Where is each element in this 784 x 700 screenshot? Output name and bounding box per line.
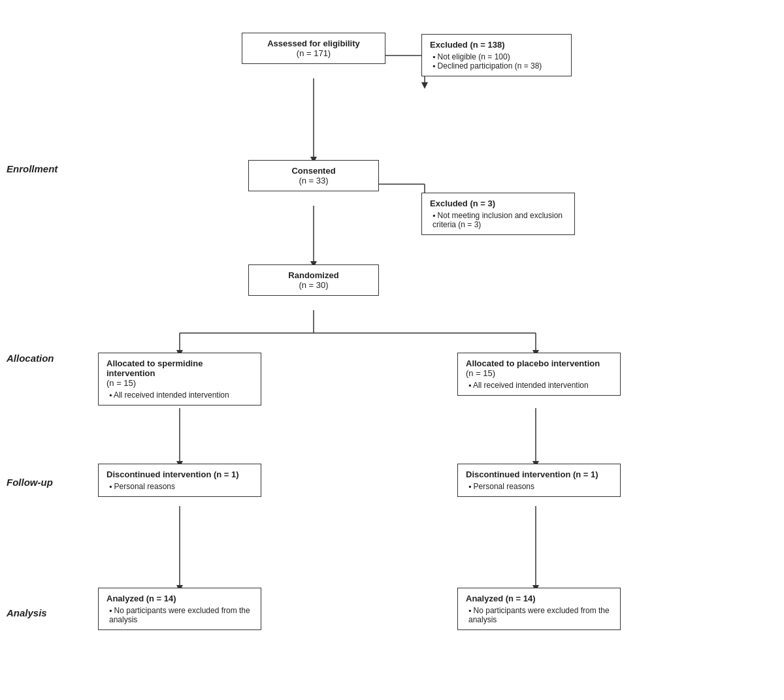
excluded-mid-title: Excluded (n = 3) bbox=[430, 199, 566, 208]
alloc-spermidine-list: All received intended intervention bbox=[106, 388, 253, 400]
discontinued-left-box: Discontinued intervention (n = 1) Person… bbox=[98, 464, 261, 497]
analyzed-right-box: Analyzed (n = 14) No participants were e… bbox=[457, 588, 621, 630]
alloc-spermidine-box: Allocated to spermidine intervention (n … bbox=[98, 353, 261, 406]
analyzed-right-title: Analyzed (n = 14) bbox=[466, 594, 612, 603]
randomized-box: Randomized (n = 30) bbox=[248, 264, 379, 296]
side-labels: Enrollment Allocation Follow-up Analysis bbox=[0, 20, 59, 686]
assessed-box: Assessed for eligibility (n = 171) bbox=[242, 33, 385, 64]
alloc-spermidine-n: (n = 15) bbox=[106, 378, 253, 388]
consented-title: Consented bbox=[257, 166, 370, 176]
analyzed-right-list: No participants were excluded from the a… bbox=[466, 603, 612, 624]
alloc-placebo-box: Allocated to placebo intervention (n = 1… bbox=[457, 353, 621, 396]
analyzed-left-list: No participants were excluded from the a… bbox=[106, 603, 253, 624]
randomized-title: Randomized bbox=[257, 270, 370, 280]
discontinued-right-item-1: Personal reasons bbox=[468, 482, 612, 491]
discontinued-right-box: Discontinued intervention (n = 1) Person… bbox=[457, 464, 621, 497]
alloc-spermidine-item-1: All received intended intervention bbox=[109, 390, 253, 400]
discontinued-right-title: Discontinued intervention (n = 1) bbox=[466, 469, 612, 479]
excluded-top-title: Excluded (n = 138) bbox=[430, 40, 563, 50]
randomized-n: (n = 30) bbox=[257, 280, 370, 290]
analyzed-right-item-1: No participants were excluded from the a… bbox=[468, 606, 612, 624]
svg-marker-4 bbox=[421, 82, 428, 89]
excluded-mid-item-1: Not meeting inclusion and exclusion crit… bbox=[433, 211, 566, 229]
analyzed-left-item-1: No participants were excluded from the a… bbox=[109, 606, 253, 624]
alloc-placebo-title: Allocated to placebo intervention bbox=[466, 358, 612, 368]
alloc-placebo-n: (n = 15) bbox=[466, 368, 612, 378]
assessed-title: Assessed for eligibility bbox=[250, 39, 377, 48]
discontinued-left-list: Personal reasons bbox=[106, 479, 253, 491]
followup-label: Follow-up bbox=[7, 477, 53, 488]
alloc-spermidine-title: Allocated to spermidine intervention bbox=[106, 358, 253, 378]
flow-area: Assessed for eligibility (n = 171) Exclu… bbox=[59, 20, 784, 686]
analyzed-left-title: Analyzed (n = 14) bbox=[106, 594, 253, 603]
analysis-label: Analysis bbox=[7, 607, 47, 618]
discontinued-left-title: Discontinued intervention (n = 1) bbox=[106, 469, 253, 479]
enrollment-label: Enrollment bbox=[7, 163, 57, 174]
assessed-n: (n = 171) bbox=[250, 48, 377, 58]
excluded-mid-list: Not meeting inclusion and exclusion crit… bbox=[430, 208, 566, 229]
excluded-top-list: Not eligible (n = 100) Declined particip… bbox=[430, 50, 563, 71]
consented-n: (n = 33) bbox=[257, 176, 370, 185]
discontinued-left-item-1: Personal reasons bbox=[109, 482, 253, 491]
excluded-top-box: Excluded (n = 138) Not eligible (n = 100… bbox=[421, 34, 572, 76]
excluded-top-item-2: Declined participation (n = 38) bbox=[433, 61, 563, 71]
allocation-label: Allocation bbox=[7, 353, 54, 364]
diagram-wrapper: Enrollment Allocation Follow-up Analysis bbox=[0, 0, 784, 700]
consented-box: Consented (n = 33) bbox=[248, 160, 379, 191]
excluded-top-item-1: Not eligible (n = 100) bbox=[433, 52, 563, 61]
excluded-mid-box: Excluded (n = 3) Not meeting inclusion a… bbox=[421, 193, 575, 235]
alloc-placebo-list: All received intended intervention bbox=[466, 378, 612, 390]
analyzed-left-box: Analyzed (n = 14) No participants were e… bbox=[98, 588, 261, 630]
alloc-placebo-item-1: All received intended intervention bbox=[468, 381, 612, 390]
discontinued-right-list: Personal reasons bbox=[466, 479, 612, 491]
